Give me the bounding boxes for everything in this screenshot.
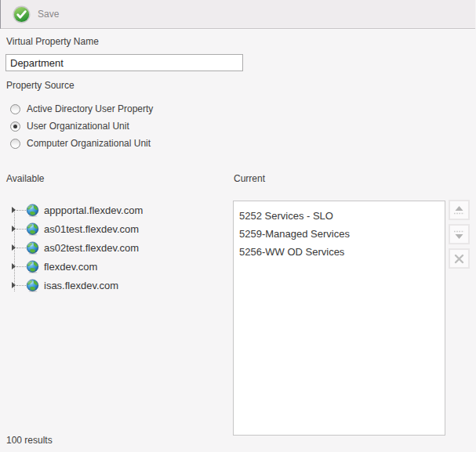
save-button[interactable]: Save — [8, 4, 64, 25]
tree-item-as02test[interactable]: as02test.flexdev.com — [9, 238, 229, 257]
arrow-up-icon — [453, 205, 465, 215]
radio-selected-icon — [10, 121, 20, 132]
globe-icon — [26, 222, 39, 236]
current-list[interactable]: 5252 Services - SLO 5259-Managed Service… — [233, 201, 445, 436]
arrow-down-icon — [453, 230, 465, 240]
triangle-right-icon[interactable] — [12, 244, 16, 251]
available-tree: appportal.flexdev.com as01test.flexdev.c… — [9, 201, 229, 295]
tree-item-label: isas.flexdev.com — [44, 280, 118, 291]
radio-icon — [10, 104, 20, 114]
radio-option-ad-user-property[interactable]: Active Directory User Property — [10, 100, 153, 118]
tree-item-label: flexdev.com — [44, 261, 97, 273]
available-label: Available — [6, 173, 44, 184]
toolbar: Save — [0, 0, 475, 29]
triangle-right-icon[interactable] — [12, 226, 16, 232]
radio-option-user-ou[interactable]: User Organizational Unit — [10, 118, 153, 135]
virtual-property-name-input[interactable] — [5, 54, 243, 71]
globe-icon — [26, 204, 39, 217]
virtual-property-name-label: Virtual Property Name — [6, 36, 99, 47]
remove-button[interactable] — [449, 248, 470, 269]
tree-item-as01test[interactable]: as01test.flexdev.com — [9, 219, 229, 238]
globe-icon — [26, 241, 39, 255]
tree-item-flexdev[interactable]: flexdev.com — [9, 257, 229, 276]
tree-item-label: as01test.flexdev.com — [44, 223, 139, 235]
save-button-label: Save — [38, 9, 59, 20]
tree-connector — [16, 285, 26, 286]
radio-icon — [10, 139, 20, 149]
current-list-actions — [449, 200, 470, 269]
globe-icon — [26, 279, 39, 292]
move-down-button[interactable] — [449, 224, 470, 244]
triangle-right-icon[interactable] — [12, 282, 16, 288]
tree-connector — [16, 248, 26, 248]
tree-connector — [16, 229, 26, 230]
tree-connector — [16, 266, 26, 267]
save-check-icon — [13, 5, 31, 24]
results-count: 100 results — [6, 435, 53, 446]
current-label: Current — [234, 173, 265, 184]
property-source-options: Active Directory User Property User Orga… — [10, 100, 153, 152]
tree-item-isas[interactable]: isas.flexdev.com — [9, 276, 229, 295]
property-source-label: Property Source — [6, 80, 74, 91]
tree-item-appportal[interactable]: appportal.flexdev.com — [9, 201, 229, 219]
tree-item-label: appportal.flexdev.com — [44, 204, 143, 216]
radio-option-label: Computer Organizational Unit — [27, 138, 151, 149]
current-list-item[interactable]: 5259-Managed Services — [234, 225, 445, 243]
move-up-button[interactable] — [449, 200, 470, 220]
tree-item-label: as02test.flexdev.com — [44, 242, 139, 254]
x-icon — [454, 254, 464, 264]
virtual-property-editor: Save Virtual Property Name Property Sour… — [0, 0, 476, 452]
tree-connector — [16, 210, 26, 211]
triangle-right-icon[interactable] — [12, 207, 16, 213]
current-list-item[interactable]: 5256-WW OD Services — [234, 243, 445, 261]
globe-icon — [26, 260, 39, 273]
radio-option-label: User Organizational Unit — [27, 121, 129, 132]
current-list-item[interactable]: 5252 Services - SLO — [234, 207, 445, 225]
radio-option-label: Active Directory User Property — [27, 103, 153, 114]
radio-option-computer-ou[interactable]: Computer Organizational Unit — [10, 135, 153, 152]
triangle-right-icon[interactable] — [12, 263, 16, 269]
